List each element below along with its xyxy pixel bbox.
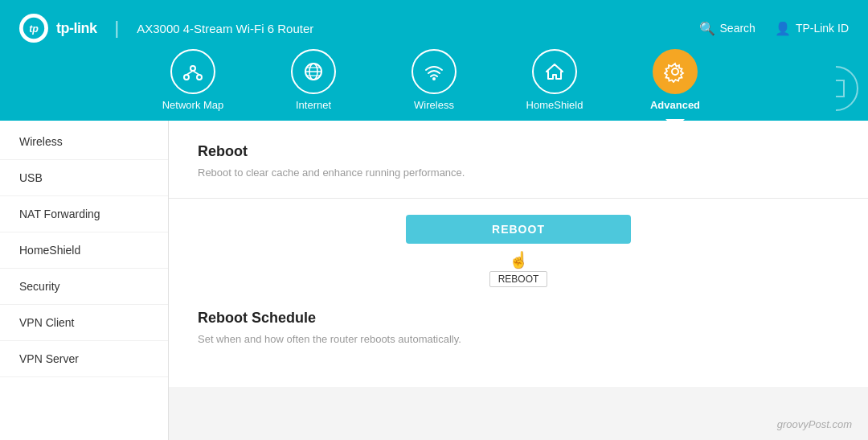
sidebar-item-vpn-server[interactable]: VPN Server [0, 341, 168, 377]
svg-point-3 [184, 75, 189, 80]
nav-item-advanced[interactable]: Advanced [639, 49, 711, 121]
content-area: Reboot Reboot to clear cache and enhance… [169, 121, 868, 440]
reboot-tooltip: REBOOT [489, 271, 548, 287]
svg-point-4 [197, 75, 202, 80]
header-right: 🔍 Search 👤 TP-Link ID [699, 21, 849, 36]
nav-label-advanced: Advanced [650, 99, 700, 111]
header: tp tp-link | AX3000 4-Stream Wi-Fi 6 Rou… [0, 0, 868, 56]
nav-label-homeshield: HomeShield [526, 99, 583, 111]
sidebar-item-vpn-client[interactable]: VPN Client [0, 305, 168, 341]
search-icon: 🔍 [699, 21, 715, 36]
reboot-section-desc: Reboot to clear cache and enhance runnin… [198, 167, 839, 179]
sidebar-item-homeshield[interactable]: HomeShield [0, 232, 168, 269]
svg-point-13 [672, 68, 678, 75]
nav-item-internet[interactable]: Internet [277, 49, 350, 121]
sidebar-item-nat-forwarding[interactable]: NAT Forwarding [0, 196, 168, 232]
reboot-button[interactable]: REBOOT [406, 215, 631, 244]
header-title: AX3000 4-Stream Wi-Fi 6 Router [137, 22, 313, 35]
account-button[interactable]: 👤 TP-Link ID [775, 21, 849, 36]
nav-label-wireless: Wireless [414, 99, 454, 111]
internet-icon-circle [291, 49, 336, 94]
watermark: groovyPost.com [777, 418, 852, 430]
wireless-icon-circle [411, 49, 457, 94]
nav-partial-item [836, 66, 868, 121]
sidebar: Wireless USB NAT Forwarding HomeShield S… [0, 121, 169, 440]
schedule-section-title: Reboot Schedule [198, 310, 839, 327]
nav-item-network-map[interactable]: Network Map [157, 49, 229, 121]
main-content: Reboot Reboot to clear cache and enhance… [169, 121, 868, 387]
sidebar-item-usb[interactable]: USB [0, 160, 168, 196]
schedule-section-desc: Set when and how often the router reboot… [198, 333, 839, 345]
svg-text:tp: tp [29, 23, 39, 35]
nav-label-network-map: Network Map [162, 99, 224, 111]
logo-icon: tp [19, 14, 48, 43]
nav-label-internet: Internet [296, 99, 331, 111]
homeshield-icon-circle [532, 49, 577, 94]
account-icon: 👤 [775, 21, 791, 36]
brand-name: tp-link [56, 20, 97, 37]
cursor-pointer-icon: ☝ [198, 250, 839, 269]
content-wrapper: Wireless USB NAT Forwarding HomeShield S… [0, 121, 868, 440]
advanced-icon-circle [653, 49, 698, 94]
section-divider [169, 198, 868, 199]
svg-point-2 [190, 66, 195, 71]
svg-line-5 [186, 71, 193, 75]
nav-item-homeshield[interactable]: HomeShield [518, 49, 591, 121]
svg-line-6 [193, 71, 199, 75]
sidebar-item-security[interactable]: Security [0, 269, 168, 305]
account-label: TP-Link ID [796, 22, 849, 35]
svg-point-12 [432, 77, 436, 80]
search-button[interactable]: 🔍 Search [699, 21, 755, 36]
navbar: Network Map Internet Wireless [0, 56, 868, 121]
logo: tp tp-link | AX3000 4-Stream Wi-Fi 6 Rou… [19, 14, 313, 43]
search-label: Search [720, 22, 755, 35]
reboot-section-title: Reboot [198, 143, 839, 160]
network-map-icon-circle [170, 49, 215, 94]
nav-item-wireless[interactable]: Wireless [398, 49, 470, 121]
sidebar-item-wireless[interactable]: Wireless [0, 124, 168, 160]
header-divider: | [115, 18, 120, 39]
